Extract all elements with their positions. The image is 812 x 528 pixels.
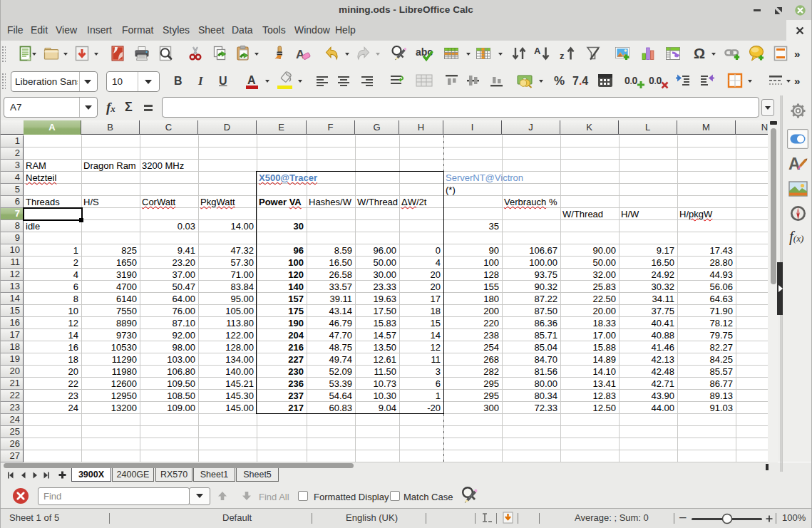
svg-text:A: A xyxy=(788,155,801,173)
svg-text:A: A xyxy=(296,48,304,61)
svg-text:z: z xyxy=(560,51,565,61)
svg-text:Ω: Ω xyxy=(694,46,705,61)
svg-text:A: A xyxy=(534,46,541,56)
